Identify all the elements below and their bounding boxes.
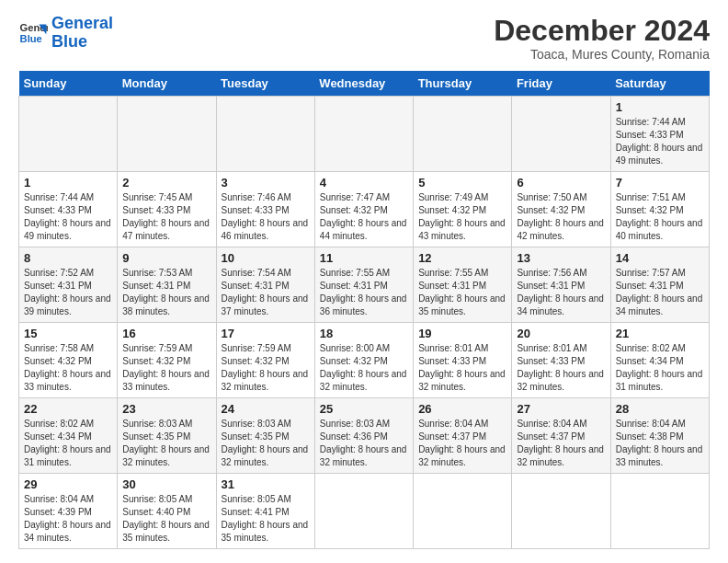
- table-row: 29Sunrise: 8:04 AMSunset: 4:39 PMDayligh…: [19, 474, 118, 549]
- table-row: 15Sunrise: 7:58 AMSunset: 4:32 PMDayligh…: [19, 323, 118, 398]
- table-row: 6Sunrise: 7:50 AMSunset: 4:32 PMDaylight…: [512, 172, 610, 247]
- col-saturday: Saturday: [610, 71, 709, 97]
- logo-text: GeneralBlue: [51, 15, 113, 52]
- col-monday: Monday: [118, 71, 216, 97]
- col-friday: Friday: [512, 71, 610, 97]
- empty-cell: [414, 97, 512, 172]
- table-row: 4Sunrise: 7:47 AMSunset: 4:32 PMDaylight…: [314, 172, 413, 247]
- table-row: 31Sunrise: 8:05 AMSunset: 4:41 PMDayligh…: [216, 474, 314, 549]
- table-row: 22Sunrise: 8:02 AMSunset: 4:34 PMDayligh…: [19, 398, 118, 474]
- table-row: 2Sunrise: 7:45 AMSunset: 4:33 PMDaylight…: [118, 172, 216, 247]
- week-row-1: 1Sunrise: 7:44 AMSunset: 4:33 PMDaylight…: [19, 97, 710, 172]
- col-thursday: Thursday: [414, 71, 512, 97]
- table-row: 16Sunrise: 7:59 AMSunset: 4:32 PMDayligh…: [118, 323, 216, 398]
- title-area: December 2024 Toaca, Mures County, Roman…: [494, 15, 710, 62]
- header-row: Sunday Monday Tuesday Wednesday Thursday…: [19, 71, 710, 97]
- table-row: 12Sunrise: 7:55 AMSunset: 4:31 PMDayligh…: [414, 247, 512, 323]
- table-row: 23Sunrise: 8:03 AMSunset: 4:35 PMDayligh…: [118, 398, 216, 474]
- calendar-table: Sunday Monday Tuesday Wednesday Thursday…: [18, 71, 710, 549]
- col-tuesday: Tuesday: [216, 71, 314, 97]
- week-row-3: 8Sunrise: 7:52 AMSunset: 4:31 PMDaylight…: [19, 247, 710, 323]
- table-row: 19Sunrise: 8:01 AMSunset: 4:33 PMDayligh…: [414, 323, 512, 398]
- empty-cell: [512, 97, 610, 172]
- empty-cell: [610, 474, 709, 549]
- logo: General Blue GeneralBlue: [18, 15, 113, 52]
- empty-cell: [216, 97, 314, 172]
- page-container: General Blue GeneralBlue December 2024 T…: [0, 0, 728, 558]
- empty-cell: [118, 97, 216, 172]
- header: General Blue GeneralBlue December 2024 T…: [18, 15, 710, 62]
- table-row: 30Sunrise: 8:05 AMSunset: 4:40 PMDayligh…: [118, 474, 216, 549]
- table-row: 7Sunrise: 7:51 AMSunset: 4:32 PMDaylight…: [610, 172, 709, 247]
- table-row: 17Sunrise: 7:59 AMSunset: 4:32 PMDayligh…: [216, 323, 314, 398]
- table-row: 21Sunrise: 8:02 AMSunset: 4:34 PMDayligh…: [610, 323, 709, 398]
- table-row: 11Sunrise: 7:55 AMSunset: 4:31 PMDayligh…: [314, 247, 413, 323]
- month-title: December 2024: [494, 15, 710, 47]
- table-row: 3Sunrise: 7:46 AMSunset: 4:33 PMDaylight…: [216, 172, 314, 247]
- col-wednesday: Wednesday: [314, 71, 413, 97]
- table-row: 14Sunrise: 7:57 AMSunset: 4:31 PMDayligh…: [610, 247, 709, 323]
- table-row: 24Sunrise: 8:03 AMSunset: 4:35 PMDayligh…: [216, 398, 314, 474]
- table-row: 9Sunrise: 7:53 AMSunset: 4:31 PMDaylight…: [118, 247, 216, 323]
- table-row: 5Sunrise: 7:49 AMSunset: 4:32 PMDaylight…: [414, 172, 512, 247]
- svg-text:Blue: Blue: [20, 32, 42, 43]
- table-row: 13Sunrise: 7:56 AMSunset: 4:31 PMDayligh…: [512, 247, 610, 323]
- table-row: 26Sunrise: 8:04 AMSunset: 4:37 PMDayligh…: [414, 398, 512, 474]
- table-row: 20Sunrise: 8:01 AMSunset: 4:33 PMDayligh…: [512, 323, 610, 398]
- logo-icon: General Blue: [18, 18, 48, 48]
- week-row-4: 15Sunrise: 7:58 AMSunset: 4:32 PMDayligh…: [19, 323, 710, 398]
- table-row: 18Sunrise: 8:00 AMSunset: 4:32 PMDayligh…: [314, 323, 413, 398]
- empty-cell: [512, 474, 610, 549]
- table-row: 28Sunrise: 8:04 AMSunset: 4:38 PMDayligh…: [610, 398, 709, 474]
- week-row-6: 29Sunrise: 8:04 AMSunset: 4:39 PMDayligh…: [19, 474, 710, 549]
- table-row: 10Sunrise: 7:54 AMSunset: 4:31 PMDayligh…: [216, 247, 314, 323]
- col-sunday: Sunday: [19, 71, 118, 97]
- location: Toaca, Mures County, Romania: [494, 47, 710, 62]
- table-row: 8Sunrise: 7:52 AMSunset: 4:31 PMDaylight…: [19, 247, 118, 323]
- table-row: 25Sunrise: 8:03 AMSunset: 4:36 PMDayligh…: [314, 398, 413, 474]
- empty-cell: [314, 97, 413, 172]
- empty-cell: [19, 97, 118, 172]
- table-row: 27Sunrise: 8:04 AMSunset: 4:37 PMDayligh…: [512, 398, 610, 474]
- week-row-5: 22Sunrise: 8:02 AMSunset: 4:34 PMDayligh…: [19, 398, 710, 474]
- empty-cell: [414, 474, 512, 549]
- empty-cell: [314, 474, 413, 549]
- week-row-2: 1Sunrise: 7:44 AMSunset: 4:33 PMDaylight…: [19, 172, 710, 247]
- table-row: 1Sunrise: 7:44 AMSunset: 4:33 PMDaylight…: [610, 97, 709, 172]
- table-row: 1Sunrise: 7:44 AMSunset: 4:33 PMDaylight…: [19, 172, 118, 247]
